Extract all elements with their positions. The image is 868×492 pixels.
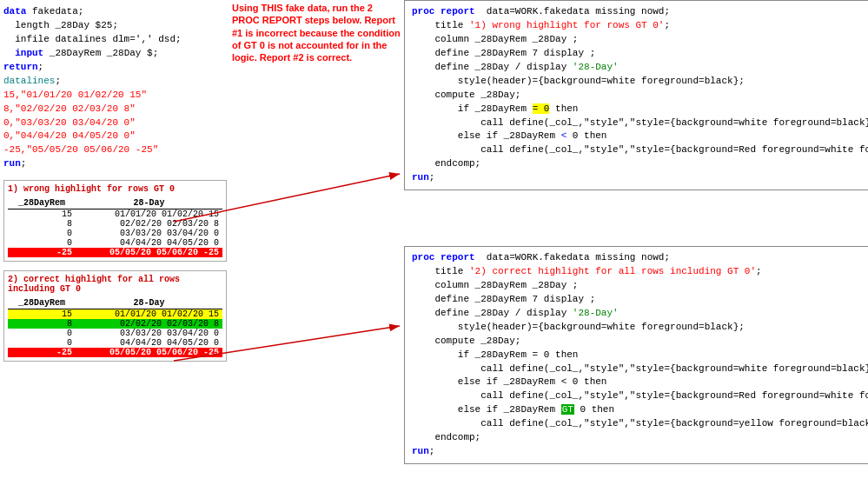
cell-rem: 0 [8,229,76,238]
table1-header-day: 28-Day [76,197,222,209]
table-row: 15 01/01/20 01/02/20 15 [8,309,222,320]
table2-header-rem: _28DayRem [8,297,76,309]
cell-day: 04/04/20 04/05/20 0 [76,238,222,248]
table-row: 0 03/03/20 03/04/20 0 [8,329,222,338]
table2-container: 2) correct highlight for all rows includ… [3,270,227,362]
table2-header-day: 28-Day [76,297,222,309]
table1-title: 1) wrong highlight for rows GT 0 [8,184,222,194]
cell-day: 02/02/20 02/03/20 8 [76,319,222,329]
table-row: 0 04/04/20 04/05/20 0 [8,338,222,348]
sas-data-code: data fakedata; length _28Day $25; infile… [3,5,227,171]
table2: _28DayRem 28-Day 15 01/01/20 01/02/20 15… [8,297,222,357]
cell-day: 05/05/20 05/06/20 -25 [76,348,222,357]
cell-day: 02/02/20 02/03/20 8 [76,219,222,229]
table-row: 15 01/01/20 01/02/20 15 [8,209,222,220]
cell-rem: 8 [8,319,76,329]
table-row: -25 05/05/20 05/06/20 -25 [8,248,222,257]
cell-rem: 0 [8,238,76,248]
table-row: 8 02/02/20 02/03/20 8 [8,319,222,329]
code-box-2: proc report data=WORK.fakedata missing n… [404,246,868,464]
cell-day: 04/04/20 04/05/20 0 [76,338,222,348]
code-box-1: proc report data=WORK.fakedata missing n… [404,0,868,190]
cell-day: 01/01/20 01/02/20 15 [76,309,222,320]
table-row: -25 05/05/20 05/06/20 -25 [8,348,222,357]
table-row: 0 04/04/20 04/05/20 0 [8,238,222,248]
cell-rem: 15 [8,209,76,220]
table1-header-rem: _28DayRem [8,197,76,209]
table-row: 8 02/02/20 02/03/20 8 [8,219,222,229]
cell-rem: 0 [8,338,76,348]
cell-rem: 0 [8,329,76,338]
cell-day: 03/03/20 03/04/20 0 [76,229,222,238]
annotation-top: Using THIS fake data, run the 2 PROC REP… [232,2,401,63]
cell-rem: -25 [8,348,76,357]
table2-title: 2) correct highlight for all rows includ… [8,275,222,294]
cell-rem: -25 [8,248,76,257]
table-row: 0 03/03/20 03/04/20 0 [8,229,222,238]
cell-day: 01/01/20 01/02/20 15 [76,209,222,220]
left-panel: data fakedata; length _28Day $25; infile… [0,0,230,492]
cell-day: 03/03/20 03/04/20 0 [76,329,222,338]
cell-day: 05/05/20 05/06/20 -25 [76,248,222,257]
table1-container: 1) wrong highlight for rows GT 0 _28DayR… [3,180,227,262]
cell-rem: 8 [8,219,76,229]
table1: _28DayRem 28-Day 15 01/01/20 01/02/20 15… [8,197,222,257]
right-panel: Using THIS fake data, run the 2 PROC REP… [230,0,868,492]
cell-rem: 15 [8,309,76,320]
